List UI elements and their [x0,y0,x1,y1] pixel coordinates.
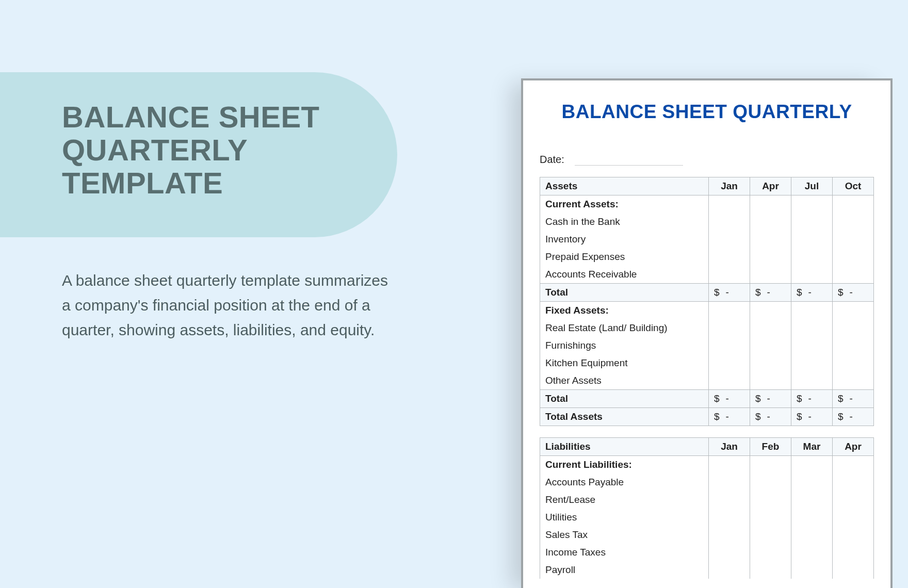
table-cell: $- [833,390,874,408]
liab-sec0-item1: Rent/Lease [540,491,709,509]
table-cell: $- [833,284,874,302]
liab-sec0-item3: Sales Tax [540,526,709,544]
date-label: Date: [540,154,564,166]
liabilities-table: Liabilities Jan Feb Mar Apr Current Liab… [540,437,874,579]
assets-sec0-item3: Accounts Receivable [540,266,709,284]
liab-sec0-item5: Payroll [540,561,709,579]
promo-description: A balance sheet quarterly template summa… [62,268,392,342]
assets-month-3: Oct [833,177,874,195]
table-cell: $- [709,390,750,408]
assets-grand-total: Total Assets [540,408,709,426]
assets-sec0-heading: Current Assets: [540,195,709,214]
assets-table: Assets Jan Apr Jul Oct Current Assets: C… [540,177,874,426]
promo-band: BALANCE SHEET QUARTERLY TEMPLATE [0,72,397,237]
table-cell: $- [791,390,833,408]
assets-sec1-total: Total [540,390,709,408]
liab-sec0-heading: Current Liabilities: [540,456,709,474]
document-preview: BALANCE SHEET QUARTERLY Date: Assets Jan… [521,78,893,588]
table-cell: $- [750,284,791,302]
liab-sec0-item4: Income Taxes [540,544,709,561]
document-title: BALANCE SHEET QUARTERLY [540,101,874,123]
table-cell: $- [709,284,750,302]
assets-sec1-item0: Real Estate (Land/ Building) [540,319,709,337]
assets-sec1-heading: Fixed Assets: [540,302,709,320]
assets-month-2: Jul [791,177,833,195]
liab-month-0: Jan [709,438,750,456]
table-cell: $- [750,408,791,426]
date-row: Date: [540,154,874,166]
liab-sec0-item0: Accounts Payable [540,473,709,491]
assets-sec1-item1: Furnishings [540,337,709,354]
table-cell: $- [791,284,833,302]
liab-month-2: Mar [791,438,833,456]
assets-month-1: Apr [750,177,791,195]
assets-sec0-item0: Cash in the Bank [540,213,709,231]
liab-sec0-item2: Utilities [540,509,709,526]
promo-title: BALANCE SHEET QUARTERLY TEMPLATE [62,101,366,199]
table-cell: $- [750,390,791,408]
assets-sec1-item3: Other Assets [540,372,709,390]
liab-month-3: Apr [833,438,874,456]
table-cell: $- [791,408,833,426]
table-cell: $- [833,408,874,426]
date-underline [575,156,683,166]
assets-sec0-item1: Inventory [540,231,709,248]
assets-sec1-item2: Kitchen Equipment [540,354,709,372]
liabilities-header: Liabilities [540,438,709,456]
assets-sec0-item2: Prepaid Expenses [540,248,709,266]
assets-sec0-total: Total [540,284,709,302]
assets-month-0: Jan [709,177,750,195]
liab-month-1: Feb [750,438,791,456]
assets-header: Assets [540,177,709,195]
table-cell: $- [709,408,750,426]
